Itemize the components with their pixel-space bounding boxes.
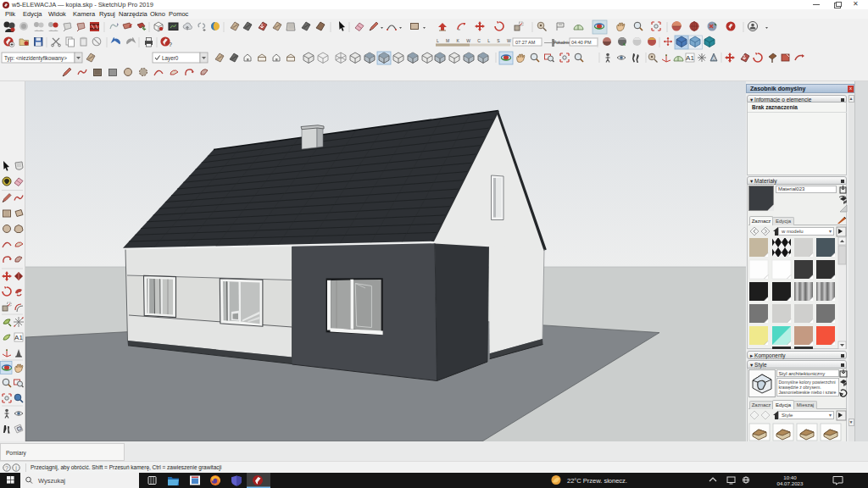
svg-text:?: ? [169,42,172,47]
svg-text:Południe: Południe [554,40,570,45]
svg-text:07:27 AM: 07:27 AM [515,40,536,45]
svg-text:?: ? [5,465,8,471]
svg-text:10:40: 10:40 [783,474,797,480]
svg-text:04.07.2023: 04.07.2023 [777,480,804,486]
svg-text:Layer0: Layer0 [162,55,179,62]
svg-text:Typ: <niezidentyfikowany>: Typ: <niezidentyfikowany> [4,55,67,62]
svg-text:A: A [712,56,715,61]
svg-text:22°C Przew. słonecz.: 22°C Przew. słonecz. [567,477,627,485]
svg-text:i: i [15,465,17,471]
svg-text:04:40 PM: 04:40 PM [571,40,592,45]
svg-text:Wyszukaj: Wyszukaj [38,477,65,485]
